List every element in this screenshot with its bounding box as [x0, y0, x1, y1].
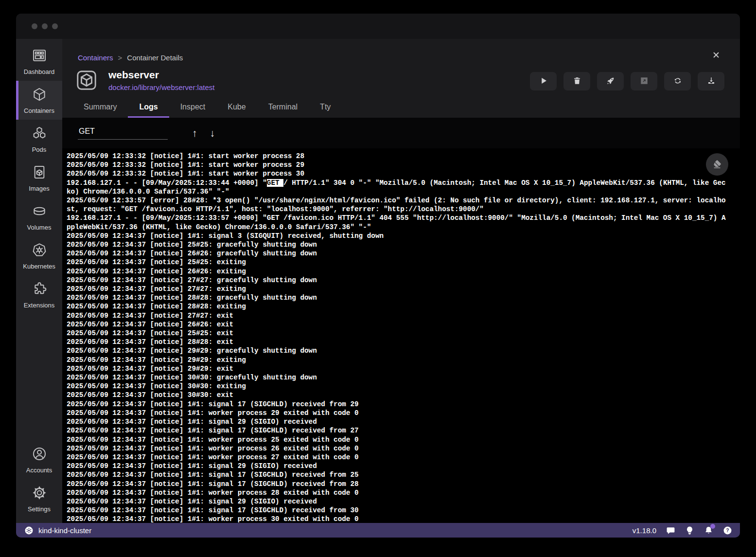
sidebar-item-label: Dashboard: [24, 68, 55, 75]
log-line: 2025/05/09 12:34:37 [notice] 26#26: exit…: [67, 267, 740, 276]
kubernetes-icon: [32, 242, 47, 259]
log-line: 2025/05/09 12:34:37 [notice] 28#28: exit…: [67, 302, 740, 311]
log-line: 2025/05/09 12:34:37 [notice] 29#29: grac…: [67, 346, 740, 355]
sidebar-spacer: [16, 314, 62, 440]
container-details-header: Containers > Container Details webserver…: [62, 39, 740, 118]
pods-icon: [32, 126, 47, 143]
deploy-to-kubernetes-button[interactable]: [597, 72, 624, 90]
puzzle-piece-icon: [32, 281, 47, 298]
sidebar-item-accounts[interactable]: Accounts: [16, 440, 62, 479]
notification-badge-dot: [710, 524, 715, 529]
tab-logs[interactable]: Logs: [128, 103, 169, 118]
log-line: 2025/05/09 12:34:37 [notice] 1#1: worker…: [67, 409, 740, 417]
app-version-label: v1.18.0: [633, 526, 656, 535]
kubernetes-context-icon: [24, 525, 34, 535]
log-line: ko) Chrome/136.0.0.0 Safari/537.36" "-": [67, 187, 740, 196]
export-container-button[interactable]: [698, 72, 724, 90]
open-external-icon: [640, 76, 649, 87]
sidebar-item-label: Pods: [32, 146, 47, 153]
window-minimize-button[interactable]: [42, 23, 48, 29]
log-line: 2025/05/09 12:34:37 [notice] 29#29: exit: [67, 364, 740, 373]
window-maximize-button[interactable]: [52, 23, 58, 29]
log-line: 2025/05/09 12:34:37 [notice] 1#1: signal…: [67, 417, 740, 426]
log-line: 2025/05/09 12:34:37 [notice] 30#30: grac…: [67, 373, 740, 382]
search-next-match-button[interactable]: ↓: [210, 127, 215, 139]
log-line: 2025/05/09 12:34:37 [notice] 27#27: grac…: [67, 276, 740, 285]
kubernetes-context-button[interactable]: kind-kind-cluster: [24, 525, 91, 535]
sidebar-item-label: Accounts: [26, 467, 52, 474]
breadcrumb: Containers > Container Details: [78, 54, 183, 62]
play-icon: [539, 76, 548, 87]
status-bar: kind-kind-cluster v1.18.0 ?: [16, 523, 740, 538]
log-line: 2025/05/09 12:34:37 [notice] 27#27: exit: [67, 311, 740, 320]
sidebar-item-settings[interactable]: Settings: [16, 479, 62, 518]
log-line: 192.168.127.1 - - [09/May/2025:12:33:44 …: [67, 179, 740, 187]
notifications-bell-icon[interactable]: [703, 525, 713, 535]
sidebar-item-containers[interactable]: Containers: [16, 81, 62, 120]
tab-inspect[interactable]: Inspect: [169, 103, 217, 118]
log-line: 2025/05/09 12:34:37 [notice] 1#1: signal…: [67, 426, 740, 435]
images-icon: [32, 164, 47, 181]
gear-icon: [32, 485, 47, 502]
feedback-chat-icon[interactable]: [666, 525, 675, 535]
tab-kube[interactable]: Kube: [216, 103, 257, 118]
close-details-button[interactable]: [710, 50, 722, 62]
open-browser-button[interactable]: [631, 72, 657, 90]
log-line: 2025/05/09 12:34:37 [notice] 30#30: exit: [67, 391, 740, 399]
dashboard-icon: [32, 48, 47, 65]
sidebar-item-extensions[interactable]: Extensions: [16, 275, 62, 314]
start-container-button[interactable]: [530, 72, 557, 90]
log-line: 192.168.127.1 - - [09/May/2025:12:33:57 …: [67, 214, 740, 222]
sidebar-item-label: Settings: [28, 505, 51, 513]
tab-summary[interactable]: Summary: [72, 103, 128, 118]
sidebar-item-dashboard[interactable]: Dashboard: [16, 42, 62, 81]
window-close-button[interactable]: [32, 23, 37, 29]
log-line: st, request: "GET /favicon.ico HTTP/1.1"…: [67, 205, 740, 214]
restart-icon: [673, 76, 682, 87]
log-line: 2025/05/09 12:34:37 [notice] 28#28: grac…: [67, 293, 740, 302]
log-line: 2025/05/09 12:34:37 [notice] 1#1: worker…: [67, 435, 740, 444]
log-line: 2025/05/09 12:34:37 [notice] 28#28: exit: [67, 338, 740, 346]
restart-container-button[interactable]: [664, 72, 691, 90]
detail-tabs: Summary Logs Inspect Kube Terminal Tty: [72, 103, 342, 118]
log-line: 2025/05/09 12:33:32 [notice] 1#1: start …: [67, 169, 740, 178]
sidebar-item-volumes[interactable]: Volumes: [16, 198, 62, 236]
image-reference-link[interactable]: docker.io/library/webserver:latest: [108, 83, 214, 91]
user-account-icon: [32, 446, 47, 463]
sidebar-nav: Dashboard Containers Pods Images Volumes…: [16, 39, 62, 523]
rocket-icon: [606, 76, 615, 87]
clear-logs-button[interactable]: [706, 153, 728, 176]
log-line: ppleWebKit/537.36 (KHTML, like Gecko) Ch…: [67, 223, 740, 232]
sidebar-item-images[interactable]: Images: [16, 159, 62, 198]
log-line: 2025/05/09 12:34:37 [notice] 25#25: grac…: [67, 240, 740, 249]
app-window: Dashboard Containers Pods Images Volumes…: [16, 14, 740, 538]
log-line: 2025/05/09 12:34:37 [notice] 1#1: signal…: [67, 232, 740, 240]
help-icon[interactable]: ?: [722, 525, 732, 535]
tab-terminal[interactable]: Terminal: [257, 103, 309, 118]
search-previous-match-button[interactable]: ↑: [192, 127, 197, 139]
sidebar-item-pods[interactable]: Pods: [16, 120, 62, 159]
log-line: 2025/05/09 12:34:37 [notice] 30#30: exit…: [67, 382, 740, 391]
log-line: 2025/05/09 12:34:37 [notice] 1#1: signal…: [67, 497, 740, 506]
download-icon: [707, 76, 716, 87]
sidebar-item-label: Volumes: [27, 224, 52, 231]
tips-lightbulb-icon[interactable]: [685, 525, 694, 535]
log-line: 2025/05/09 12:34:37 [notice] 1#1: worker…: [67, 515, 740, 523]
sidebar-item-label: Extensions: [24, 302, 55, 309]
delete-container-button[interactable]: [563, 72, 590, 90]
log-line: 2025/05/09 12:34:37 [notice] 26#26: grac…: [67, 249, 740, 258]
log-line: 2025/05/09 12:33:32 [notice] 1#1: start …: [67, 152, 740, 161]
log-viewer[interactable]: 2025/05/09 12:33:32 [notice] 1#1: start …: [62, 148, 740, 523]
log-line: 2025/05/09 12:33:32 [notice] 1#1: start …: [67, 161, 740, 169]
eraser-icon: [712, 159, 722, 171]
trash-icon: [573, 76, 581, 87]
search-match-highlight: GET: [267, 179, 283, 187]
sidebar-item-kubernetes[interactable]: Kubernetes: [16, 236, 62, 275]
log-search-input[interactable]: [78, 127, 168, 140]
sidebar-item-label: Containers: [24, 107, 54, 114]
log-line: 2025/05/09 12:34:37 [notice] 25#25: exit…: [67, 258, 740, 267]
breadcrumb-containers-link[interactable]: Containers: [78, 54, 113, 62]
container-actions-toolbar: [530, 72, 724, 90]
tab-tty[interactable]: Tty: [309, 103, 342, 118]
log-line: 2025/05/09 12:34:37 [notice] 1#1: worker…: [67, 488, 740, 497]
